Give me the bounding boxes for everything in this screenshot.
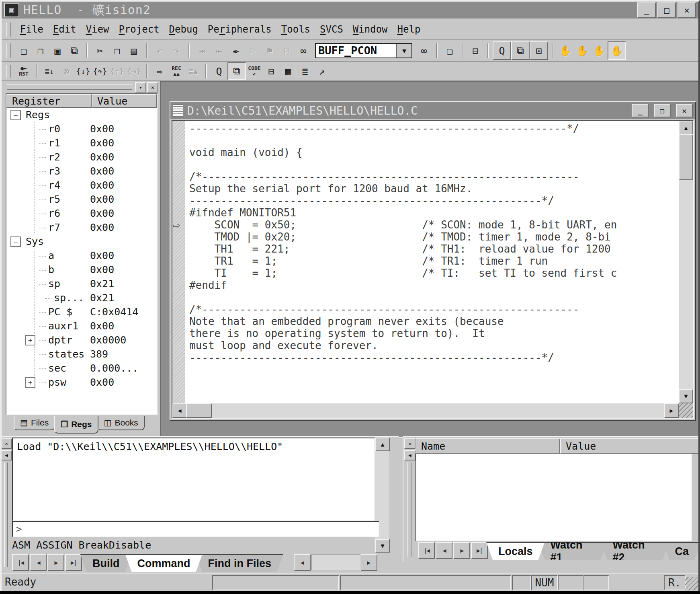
open-file-icon[interactable]: ❒: [32, 42, 49, 59]
view-trace-icon[interactable]: ≣▲: [185, 63, 202, 79]
tab-scroll-button[interactable]: ◀: [30, 554, 47, 571]
enable-disable-breakpoint-icon[interactable]: ✋: [574, 42, 591, 59]
indent-icon[interactable]: ⇥: [194, 42, 211, 59]
register-row[interactable]: sp 0x21: [6, 277, 157, 291]
editor-window[interactable]: D:\Keil\C51\EXAMPLES\HELLO\HELLO.C _ ❐ ✕…: [170, 101, 696, 421]
editor-restore-button[interactable]: ❐: [654, 104, 671, 117]
editor-title-bar[interactable]: D:\Keil\C51\EXAMPLES\HELLO\HELLO.C _ ❐ ✕: [170, 102, 695, 119]
menu-item[interactable]: Help: [393, 22, 426, 37]
tab-locals[interactable]: Locals: [486, 542, 545, 560]
menu-item[interactable]: View: [81, 22, 114, 37]
editor-vertical-scrollbar[interactable]: ▲ ▼: [679, 121, 693, 403]
registers-caption-bar[interactable]: ▾ ✕: [5, 82, 158, 92]
tab-scroll-button[interactable]: ▶: [47, 554, 64, 571]
output-window-icon[interactable]: ⊡: [530, 41, 548, 60]
title-bar[interactable]: ▣ HELLO - 礦ision2 _ □ ✕: [2, 2, 698, 18]
command-log[interactable]: Load "D:\\Keil\\C51\\EXAMPLES\\HELLO\\HE…: [12, 438, 375, 521]
scrollbar-track[interactable]: [311, 554, 360, 570]
serial-window-icon[interactable]: ≣: [297, 63, 313, 79]
register-row[interactable]: − Regs: [6, 108, 157, 122]
tab-scroll-button[interactable]: |◀: [12, 554, 29, 571]
toggle-bookmark-icon[interactable]: ✒: [227, 42, 244, 59]
register-value[interactable]: 0x21: [90, 278, 114, 290]
paste-icon[interactable]: ▤: [125, 42, 142, 59]
dock-collapse-icon[interactable]: ◀: [404, 450, 415, 460]
register-value[interactable]: 389: [90, 348, 108, 360]
register-value[interactable]: 0x00: [90, 376, 114, 388]
step-out-icon[interactable]: {↑}: [108, 63, 125, 79]
show-next-statement-icon[interactable]: ⇨: [151, 63, 168, 79]
menu-item[interactable]: SVCS: [315, 22, 348, 37]
tab-build[interactable]: Build: [80, 554, 132, 572]
editor-close-button[interactable]: ✕: [676, 104, 693, 117]
save-all-icon[interactable]: ⧉: [66, 42, 83, 59]
tab-scroll-button[interactable]: ◀: [436, 542, 452, 559]
dock-collapse-icon[interactable]: ◀: [1, 450, 12, 460]
register-value[interactable]: 0x00: [90, 179, 114, 191]
tree-expander-icon[interactable]: −: [10, 236, 21, 247]
reset-cpu-icon[interactable]: ●← RST: [15, 63, 32, 79]
run-to-cursor-icon[interactable]: {⇥}: [125, 63, 142, 79]
app-icon[interactable]: ▣: [4, 3, 19, 17]
menu-item[interactable]: Window: [348, 22, 393, 37]
panel-menu-icon[interactable]: ▾: [135, 82, 146, 92]
performance-analyzer-icon[interactable]: ⊟: [263, 63, 280, 79]
register-value[interactable]: 0x21: [90, 292, 114, 304]
panel-drag-grip[interactable]: [7, 84, 132, 90]
save-icon[interactable]: ▣: [49, 42, 66, 59]
document-notes-icon[interactable]: ❏: [441, 42, 458, 59]
step-over-icon[interactable]: {↷}: [92, 63, 108, 79]
tab-command[interactable]: Command: [125, 554, 203, 572]
column-header-name[interactable]: Name: [415, 438, 560, 454]
panel-close-icon[interactable]: ✕: [147, 82, 158, 92]
maximize-button[interactable]: □: [657, 2, 676, 18]
redo-icon[interactable]: ↷: [168, 42, 185, 59]
register-value[interactable]: 0x00: [90, 193, 114, 205]
tab-books[interactable]: ◫ Books: [98, 416, 145, 430]
register-value[interactable]: C:0x0414: [90, 306, 138, 318]
toolbar-grip[interactable]: [6, 43, 11, 58]
column-header-value[interactable]: Value: [560, 438, 700, 454]
halt-icon[interactable]: ⊗: [58, 63, 75, 79]
register-value[interactable]: 0x00: [90, 137, 114, 149]
scrollbar-thumb[interactable]: [186, 403, 212, 418]
combo-dropdown-icon[interactable]: ▼: [396, 44, 411, 58]
register-value[interactable]: 0x00: [90, 264, 114, 275]
scroll-down-icon[interactable]: ▼: [679, 389, 693, 403]
watch-window-icon[interactable]: ⧉: [227, 62, 246, 80]
register-value[interactable]: 0x00: [90, 208, 114, 219]
memory-window-icon[interactable]: ▦: [280, 63, 297, 79]
toolbar-grip[interactable]: [6, 65, 11, 78]
cut-icon[interactable]: ✂: [92, 42, 108, 59]
menu-item[interactable]: Edit: [48, 22, 81, 37]
find-icon[interactable]: ∞: [415, 42, 432, 59]
editor-resize-grip[interactable]: [679, 403, 693, 418]
register-value[interactable]: 0x00: [90, 123, 114, 135]
source-browser-icon[interactable]: Q: [493, 41, 511, 60]
register-value[interactable]: 0x00: [90, 222, 114, 233]
register-value[interactable]: 0x00: [90, 165, 114, 177]
register-row[interactable]: a 0x00: [6, 249, 157, 263]
toolbox-icon[interactable]: ↗: [313, 63, 330, 79]
column-header-register[interactable]: Register: [6, 94, 92, 108]
register-row[interactable]: auxr1 0x00: [6, 319, 157, 333]
menu-item[interactable]: Debug: [164, 22, 203, 37]
register-value[interactable]: 0.000...: [90, 362, 138, 374]
tab-files[interactable]: ▤ Files: [14, 416, 55, 430]
menu-item[interactable]: Tools: [276, 22, 315, 37]
tab-scroll-button[interactable]: |◀: [418, 542, 435, 559]
tree-expander-icon[interactable]: +: [25, 377, 35, 388]
tab-scroll-button[interactable]: ▶: [453, 542, 470, 559]
resize-grip[interactable]: [685, 577, 698, 590]
tree-expander-icon[interactable]: +: [25, 335, 35, 345]
code-coverage-icon[interactable]: CODE ✔: [246, 63, 263, 79]
scroll-down-icon[interactable]: ▼: [375, 539, 390, 553]
register-row[interactable]: r7 0x00: [6, 220, 157, 234]
copy-icon[interactable]: ❐: [108, 42, 125, 59]
dock-close-icon[interactable]: ✕: [404, 438, 415, 449]
register-row[interactable]: r6 0x00: [6, 206, 157, 220]
register-row[interactable]: r2 0x00: [6, 150, 157, 164]
dock-drag-grip[interactable]: [407, 462, 411, 557]
register-row[interactable]: r5 0x00: [6, 192, 157, 206]
search-combo[interactable]: BUFF_PCON ▼: [315, 43, 412, 58]
